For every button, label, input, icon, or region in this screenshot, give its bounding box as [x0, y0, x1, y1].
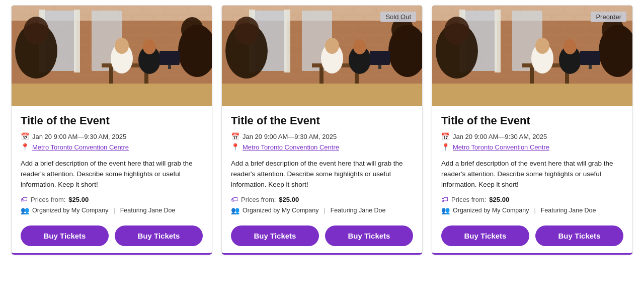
organizer-icon: 👥: [441, 206, 450, 214]
svg-point-97: [181, 17, 203, 42]
svg-point-291: [444, 17, 469, 45]
price-label-3: Prices from:: [451, 196, 486, 203]
event-card-2: Sold Out Title of the Event 📅 Jan 20 9:0…: [221, 5, 423, 255]
card-footer-3: Buy TicketsBuy Tickets: [432, 225, 632, 253]
event-description-2: Add a brief description of the event her…: [231, 159, 413, 190]
event-description-1: Add a brief description of the event her…: [21, 159, 203, 190]
event-cards-container: Title of the Event 📅 Jan 20 9:00 AM—9:30…: [10, 5, 634, 255]
organizer-sep-1: |: [113, 207, 115, 214]
event-date-2: 📅 Jan 20 9:00 AM—9:30 AM, 2025: [231, 132, 413, 140]
event-date-text-1: Jan 20 9:00 AM—9:30 AM, 2025: [32, 133, 126, 140]
event-date-text-3: Jan 20 9:00 AM—9:30 AM, 2025: [453, 133, 547, 140]
svg-point-95: [143, 39, 156, 54]
featuring-1: Featuring Jane Doe: [120, 207, 176, 214]
svg-rect-298: [580, 51, 600, 65]
svg-rect-186: [222, 84, 422, 106]
event-location-3: 📍 Metro Toronto Convention Centre: [441, 143, 623, 151]
card-badge-2: Sold Out: [380, 12, 416, 22]
svg-rect-288: [530, 67, 534, 84]
featuring-3: Featuring Jane Doe: [541, 207, 596, 214]
svg-rect-286: [432, 84, 632, 106]
svg-point-93: [115, 38, 129, 54]
card-footer-2: Buy TicketsBuy Tickets: [222, 225, 422, 253]
svg-point-191: [234, 17, 259, 45]
buy-tickets-btn-1-card-3[interactable]: Buy Tickets: [441, 225, 529, 246]
svg-rect-199: [378, 65, 381, 69]
card-body-1: Title of the Event 📅 Jan 20 9:00 AM—9:30…: [12, 106, 212, 225]
price-value-1: $25.00: [68, 196, 89, 203]
event-title-3: Title of the Event: [441, 114, 623, 127]
buy-tickets-btn-1-card-1[interactable]: Buy Tickets: [21, 225, 109, 246]
buy-tickets-btn-1-card-2[interactable]: Buy Tickets: [231, 225, 319, 246]
price-label-1: Prices from:: [31, 196, 65, 203]
event-price-1: 🏷 Prices from: $25.00: [21, 195, 203, 203]
event-price-2: 🏷 Prices from: $25.00: [231, 195, 413, 203]
svg-rect-188: [319, 67, 324, 84]
buy-tickets-btn-2-card-2[interactable]: Buy Tickets: [325, 225, 413, 246]
card-body-3: Title of the Event 📅 Jan 20 9:00 AM—9:30…: [432, 106, 632, 225]
event-location-link-2[interactable]: Metro Toronto Convention Centre: [243, 143, 339, 151]
svg-rect-198: [370, 51, 390, 65]
event-location-1: 📍 Metro Toronto Convention Centre: [21, 143, 203, 151]
organizer-sep-3: |: [534, 207, 535, 214]
organizer-name-1: Organized by My Company: [32, 207, 108, 214]
event-date-3: 📅 Jan 20 9:00 AM—9:30 AM, 2025: [441, 132, 623, 140]
svg-point-295: [564, 39, 577, 54]
calendar-icon: 📅: [441, 132, 450, 140]
event-organizer-1: 👥 Organized by My Company | Featuring Ja…: [21, 206, 203, 214]
svg-point-91: [24, 17, 49, 45]
featuring-2: Featuring Jane Doe: [331, 207, 386, 214]
organizer-name-2: Organized by My Company: [243, 207, 318, 214]
svg-point-293: [535, 38, 549, 54]
svg-point-193: [325, 38, 339, 54]
location-icon: 📍: [441, 143, 450, 151]
event-card-1: Title of the Event 📅 Jan 20 9:00 AM—9:30…: [11, 5, 212, 255]
organizer-name-3: Organized by My Company: [453, 207, 529, 214]
card-image-3: Preorder: [432, 6, 632, 106]
svg-rect-85: [74, 10, 80, 72]
event-description-3: Add a brief description of the event her…: [441, 159, 623, 190]
card-badge-3: Preorder: [591, 12, 626, 22]
price-tag-icon: 🏷: [441, 195, 448, 203]
event-organizer-3: 👥 Organized by My Company | Featuring Ja…: [441, 206, 623, 214]
location-icon: 📍: [231, 143, 239, 151]
organizer-icon: 👥: [21, 206, 29, 214]
price-label-2: Prices from:: [241, 196, 276, 203]
event-location-2: 📍 Metro Toronto Convention Centre: [231, 143, 413, 151]
price-tag-icon: 🏷: [231, 195, 238, 203]
card-body-2: Title of the Event 📅 Jan 20 9:00 AM—9:30…: [222, 106, 422, 225]
calendar-icon: 📅: [231, 132, 239, 140]
price-value-2: $25.00: [279, 196, 299, 203]
event-price-3: 🏷 Prices from: $25.00: [441, 195, 623, 203]
svg-rect-88: [109, 67, 113, 84]
event-title-1: Title of the Event: [21, 114, 203, 127]
event-date-text-2: Jan 20 9:00 AM—9:30 AM, 2025: [243, 133, 337, 140]
event-card-3: Preorder Title of the Event 📅 Jan 20 9:0…: [432, 5, 633, 255]
event-date-1: 📅 Jan 20 9:00 AM—9:30 AM, 2025: [21, 132, 203, 140]
event-location-link-1[interactable]: Metro Toronto Convention Centre: [32, 143, 129, 151]
price-value-3: $25.00: [489, 196, 509, 203]
event-location-link-3[interactable]: Metro Toronto Convention Centre: [453, 143, 549, 151]
location-icon: 📍: [21, 143, 29, 151]
buy-tickets-btn-2-card-3[interactable]: Buy Tickets: [535, 225, 623, 246]
svg-rect-98: [159, 51, 180, 65]
svg-rect-285: [495, 10, 501, 72]
card-image-1: [12, 6, 212, 106]
price-tag-icon: 🏷: [21, 195, 28, 203]
buy-tickets-btn-2-card-1[interactable]: Buy Tickets: [115, 225, 203, 246]
svg-rect-185: [284, 10, 290, 72]
organizer-sep-2: |: [324, 207, 325, 214]
svg-rect-99: [168, 65, 171, 69]
event-title-2: Title of the Event: [231, 114, 413, 127]
organizer-icon: 👥: [231, 206, 239, 214]
svg-rect-299: [589, 65, 592, 69]
calendar-icon: 📅: [21, 132, 29, 140]
card-image-2: Sold Out: [222, 6, 422, 106]
svg-point-195: [353, 39, 366, 54]
event-organizer-2: 👥 Organized by My Company | Featuring Ja…: [231, 206, 413, 214]
svg-rect-86: [12, 84, 212, 106]
card-footer-1: Buy TicketsBuy Tickets: [12, 225, 212, 253]
